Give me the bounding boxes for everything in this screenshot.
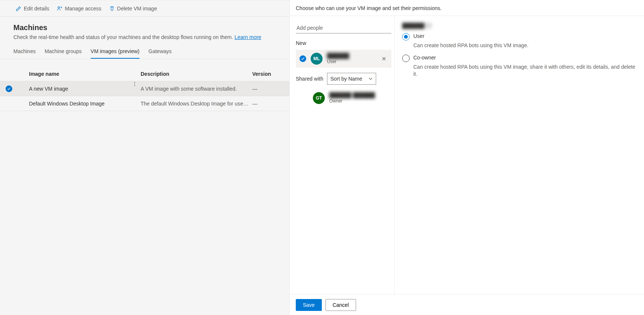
vm-image-table: Image name Description Version A new VM … (0, 66, 289, 111)
radio-coowner[interactable]: Co-owner (402, 55, 637, 62)
panel-footer: Save Cancel (290, 294, 644, 315)
page-subtitle: Check the real-time health and status of… (13, 34, 276, 40)
trash-icon (109, 6, 115, 12)
learn-more-link[interactable]: Learn more (235, 34, 262, 40)
command-bar: Edit details Manage access Delete VM ima… (0, 0, 289, 17)
person-name: ██████ ██████ (329, 92, 375, 98)
cell-image-name: A new VM image (29, 86, 141, 92)
manage-access-button[interactable]: Manage access (54, 4, 103, 13)
manage-access-label: Manage access (65, 6, 101, 12)
radio-user[interactable]: User (402, 33, 637, 40)
tab-gateways[interactable]: Gateways (148, 48, 172, 59)
tab-machines[interactable]: Machines (13, 48, 36, 59)
page-title: Machines (13, 23, 276, 32)
permission-radio-group: User Can create hosted RPA bots using th… (402, 33, 637, 78)
tab-vm-images[interactable]: VM images (preview) (91, 48, 140, 59)
person-role: Owner (329, 98, 375, 104)
person-role: User (327, 59, 349, 64)
delete-vm-image-label: Delete VM image (117, 6, 157, 12)
more-vertical-icon (132, 81, 137, 87)
sort-dropdown[interactable]: Sort by Name (327, 73, 376, 85)
avatar: GT (313, 92, 325, 104)
svg-point-2 (134, 84, 135, 84)
row-selected-icon[interactable] (6, 85, 12, 92)
sort-selected-value: Sort by Name (330, 76, 362, 82)
svg-point-0 (58, 6, 60, 8)
col-description[interactable]: Description (141, 71, 252, 77)
radio-user-desc: Can create hosted RPA bots using this VM… (413, 42, 637, 49)
cancel-button[interactable]: Cancel (326, 299, 356, 311)
new-person-chip[interactable]: ML ██████ User (296, 50, 391, 68)
chip-selected-icon (299, 55, 306, 62)
people-column: New ML ██████ User Shared with Sort by N… (290, 16, 395, 294)
col-version[interactable]: Version (252, 71, 282, 77)
permissions-column: ██████ User Can create hosted RPA bots u… (395, 16, 644, 294)
cell-description: The default Windows Desktop Image for us… (141, 101, 252, 107)
cell-version: — (252, 101, 282, 107)
permissions-title: ██████ (402, 23, 432, 29)
tabs: Machines Machine groups VM images (previ… (0, 43, 289, 59)
cell-description: A VM image with some software installed. (141, 86, 252, 92)
edit-details-button[interactable]: Edit details (13, 4, 51, 13)
table-row[interactable]: Default Windows Desktop Image The defaul… (0, 96, 289, 111)
delete-vm-image-button[interactable]: Delete VM image (107, 4, 159, 13)
shared-with-label: Shared with (296, 76, 323, 82)
radio-coowner-desc: Can create hosted RPA bots using this VM… (413, 64, 637, 78)
manage-access-panel: Choose who can use your VM image and set… (290, 0, 644, 315)
page-subtitle-text: Check the real-time health and status of… (13, 34, 235, 40)
svg-point-1 (134, 82, 135, 83)
owner-row[interactable]: GT ██████ ██████ Owner (296, 90, 391, 106)
svg-point-3 (134, 85, 135, 86)
pencil-icon (16, 6, 22, 12)
main-content: Edit details Manage access Delete VM ima… (0, 0, 290, 315)
radio-user-label: User (413, 33, 424, 40)
cell-version: — (252, 86, 282, 92)
remove-person-button[interactable] (379, 54, 388, 63)
people-share-icon (57, 6, 63, 12)
tab-machine-groups[interactable]: Machine groups (45, 48, 82, 59)
chevron-down-icon (368, 77, 373, 81)
cell-image-name: Default Windows Desktop Image (29, 101, 141, 107)
close-icon (382, 56, 386, 61)
edit-details-label: Edit details (24, 6, 49, 12)
person-name: ██████ (327, 53, 349, 59)
avatar: ML (311, 53, 323, 65)
page-header: Machines Check the real-time health and … (0, 17, 289, 43)
col-image-name[interactable]: Image name (29, 71, 141, 77)
panel-header: Choose who can use your VM image and set… (290, 0, 644, 16)
radio-icon (402, 55, 410, 62)
save-button[interactable]: Save (296, 299, 322, 311)
section-new-label: New (296, 40, 391, 46)
table-row[interactable]: A new VM image A VM image with some soft… (0, 81, 289, 96)
radio-icon (402, 33, 410, 40)
table-header: Image name Description Version (0, 66, 289, 81)
radio-coowner-label: Co-owner (413, 55, 436, 62)
add-people-input[interactable] (296, 23, 391, 33)
